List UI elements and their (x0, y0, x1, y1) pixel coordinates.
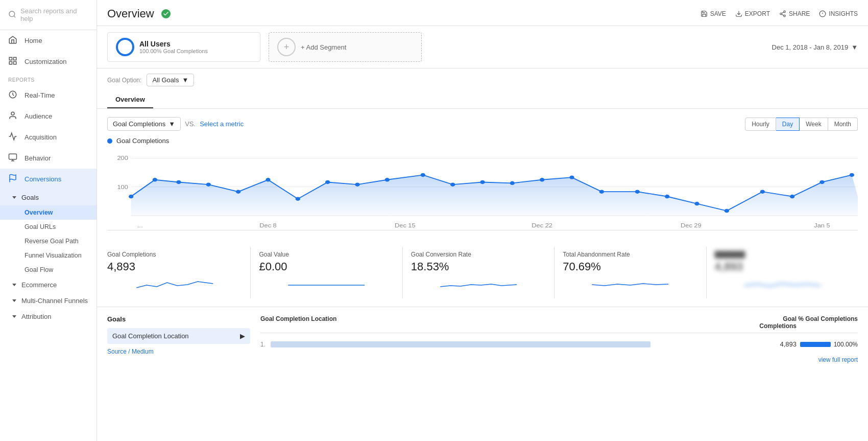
behavior-icon (8, 153, 17, 164)
add-segment-label: + Add Segment (301, 43, 346, 51)
svg-point-48 (665, 195, 669, 198)
sidebar-item-funnel-viz-label: Funnel Visualization (25, 252, 82, 259)
chevron-down-icon: ▼ (851, 43, 858, 51)
sidebar-item-funnel-visualization[interactable]: Funnel Visualization (0, 248, 97, 263)
chart-controls: Goal Completions ▼ VS. Select a metric H… (107, 117, 858, 131)
stat-card-blurred: ███████ 4,893 (707, 247, 858, 298)
tab-overview[interactable]: Overview (107, 91, 153, 108)
sidebar-item-goal-urls-label: Goal URLs (25, 223, 56, 230)
sidebar-item-audience[interactable]: Audience (0, 106, 97, 127)
svg-rect-3 (14, 57, 16, 60)
svg-point-0 (9, 11, 15, 17)
svg-point-54 (850, 173, 854, 177)
sidebar-search[interactable]: Search reports and help (0, 0, 97, 30)
sparkline-abandonment-rate (563, 277, 697, 293)
date-range-button[interactable]: Dec 1, 2018 - Jan 8, 2019 ▼ (772, 43, 858, 51)
pct-bar-icon (800, 342, 831, 347)
time-btn-month[interactable]: Month (828, 118, 858, 131)
sidebar-item-goal-urls[interactable]: Goal URLs (0, 220, 97, 234)
svg-point-52 (790, 195, 794, 198)
goal-completion-table: Goal Completion Location GoalCompletions… (260, 315, 858, 433)
svg-point-39 (385, 178, 390, 181)
arrow-down-icon-goals (12, 196, 16, 199)
metric-dropdown[interactable]: Goal Completions ▼ (107, 117, 181, 131)
topbar: Overview SAVE EXPORT SHARE INSIGHTS (97, 0, 868, 26)
goals-list-header: Goals (107, 315, 250, 323)
sidebar-item-realtime[interactable]: Real-Time (0, 85, 97, 106)
sidebar-item-acquisition[interactable]: Acquisition (0, 127, 97, 148)
stat-value-blurred: 4,893 (715, 260, 850, 273)
source-medium-link[interactable]: Source / Medium (107, 348, 250, 355)
stat-value-completions: 4,893 (107, 260, 242, 273)
sidebar-item-home[interactable]: Home (0, 30, 97, 51)
chart-container: 200 100 (107, 149, 858, 230)
select-metric-link[interactable]: Select a metric (200, 120, 244, 128)
verified-icon (161, 9, 171, 18)
sidebar-item-ecommerce[interactable]: Ecommerce (0, 277, 97, 293)
svg-point-38 (355, 182, 359, 186)
stat-card-conversion-rate: Goal Conversion Rate 18.53% (403, 247, 554, 298)
add-segment-button[interactable]: + + Add Segment (269, 32, 422, 62)
save-button[interactable]: SAVE (701, 10, 726, 17)
svg-line-20 (782, 12, 784, 13)
stat-value-value: £0.00 (259, 260, 394, 273)
insights-button[interactable]: INSIGHTS (819, 10, 858, 17)
share-button[interactable]: SHARE (779, 10, 810, 17)
svg-point-41 (450, 182, 455, 186)
stat-value-abandonment-rate: 70.69% (563, 260, 697, 273)
svg-point-30 (129, 195, 133, 198)
svg-point-40 (421, 173, 425, 177)
svg-rect-5 (14, 62, 16, 64)
vs-label: VS. (185, 120, 196, 128)
table-header: Goal Completion Location GoalCompletions… (260, 315, 858, 333)
svg-text:Jan 5: Jan 5 (814, 223, 830, 228)
table-row-number: 1. (260, 341, 271, 348)
stat-label-abandonment-rate: Total Abandonment Rate (563, 251, 697, 258)
main-content: Overview SAVE EXPORT SHARE INSIGHTS (97, 0, 868, 441)
sidebar-item-audience-label: Audience (25, 112, 52, 120)
search-icon (8, 10, 16, 20)
sidebar-item-overview-label: Overview (25, 209, 53, 216)
svg-text:Dec 29: Dec 29 (681, 223, 702, 228)
sidebar-item-behavior-label: Behavior (25, 154, 51, 162)
svg-point-53 (819, 180, 824, 184)
sidebar-item-goals[interactable]: Goals (0, 190, 97, 205)
sidebar-item-multichannel[interactable]: Multi-Channel Funnels (0, 293, 97, 309)
view-full-report-link[interactable]: view full report (260, 356, 858, 363)
date-range-label: Dec 1, 2018 - Jan 8, 2019 (772, 43, 849, 51)
stat-label-completions: Goal Completions (107, 251, 242, 258)
stats-row: Goal Completions 4,893 Goal Value £0.00 … (97, 239, 868, 307)
legend-dot-icon (107, 138, 112, 144)
sidebar-item-attribution[interactable]: Attribution (0, 309, 97, 324)
table-row-completions-value: 4,893 (745, 340, 797, 348)
all-users-segment[interactable]: All Users 100.00% Goal Completions (107, 32, 260, 62)
svg-rect-4 (9, 62, 12, 64)
stat-label-blurred: ███████ (715, 251, 850, 258)
stat-card-abandonment-rate: Total Abandonment Rate 70.69% (554, 247, 706, 298)
chevron-down-icon-goal: ▼ (182, 76, 188, 84)
goal-completion-location-item[interactable]: Goal Completion Location ▶ (107, 328, 250, 344)
sidebar-item-customization[interactable]: Customization (0, 51, 97, 72)
sidebar-item-conversions[interactable]: Conversions (0, 169, 97, 190)
page-title: Overview (107, 7, 171, 20)
sidebar-item-reverse-goal-path[interactable]: Reverse Goal Path (0, 234, 97, 248)
sidebar-item-behavior[interactable]: Behavior (0, 148, 97, 169)
arrow-down-icon-attribution (12, 315, 16, 318)
flag-icon (8, 174, 17, 184)
time-btn-day[interactable]: Day (776, 118, 800, 131)
svg-point-36 (296, 197, 300, 200)
svg-text:100: 100 (117, 184, 128, 190)
sidebar: Search reports and help Home Customizati… (0, 0, 97, 441)
svg-marker-29 (131, 175, 858, 216)
time-btn-week[interactable]: Week (800, 118, 828, 131)
time-btn-hourly[interactable]: Hourly (745, 118, 776, 131)
goal-option-dropdown[interactable]: All Goals ▼ (147, 74, 194, 86)
acquisition-icon (8, 132, 17, 143)
export-button[interactable]: EXPORT (735, 10, 770, 17)
person-icon (8, 111, 17, 122)
bottom-section: Goals Goal Completion Location ▶ Source … (97, 307, 868, 441)
goal-option-row: Goal Option: All Goals ▼ (97, 68, 868, 91)
sidebar-item-goal-flow[interactable]: Goal Flow (0, 263, 97, 277)
search-placeholder: Search reports and help (20, 7, 88, 22)
sidebar-item-overview[interactable]: Overview (0, 205, 97, 220)
